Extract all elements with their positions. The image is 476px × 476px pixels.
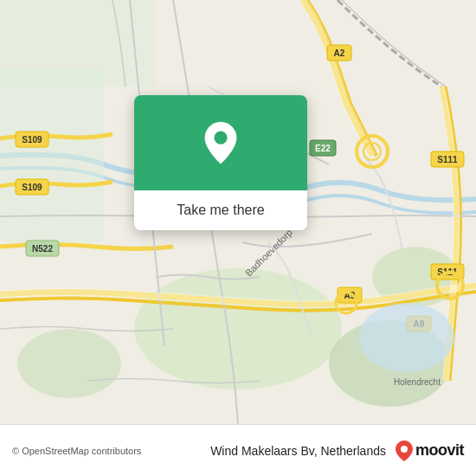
svg-rect-6	[0, 0, 156, 87]
take-me-there-button[interactable]: Take me there	[134, 190, 307, 230]
moovit-pin-icon	[395, 440, 414, 462]
svg-point-27	[359, 303, 454, 372]
map-popup: Take me there	[134, 95, 307, 230]
bottom-bar: © OpenStreetMap contributors Wind Makela…	[0, 424, 476, 476]
svg-text:E22: E22	[315, 144, 331, 153]
svg-point-2	[17, 329, 121, 398]
svg-point-32	[214, 132, 227, 145]
svg-text:S109: S109	[22, 135, 42, 145]
location-info: Wind Makelaars Bv, Netherlands	[210, 444, 386, 458]
svg-text:A2: A2	[334, 48, 345, 58]
svg-text:Holendrecht: Holendrecht	[394, 377, 441, 387]
svg-text:N522: N522	[32, 244, 53, 254]
copyright-text: © OpenStreetMap contributors	[12, 446, 202, 456]
svg-point-33	[401, 446, 408, 453]
svg-point-1	[134, 268, 342, 389]
moovit-logo: moovit	[395, 440, 464, 462]
svg-text:S109: S109	[22, 183, 42, 192]
moovit-text: moovit	[415, 441, 464, 460]
popup-header	[134, 95, 307, 190]
location-name: Wind Makelaars Bv, Netherlands	[210, 444, 386, 458]
location-pin-icon	[198, 120, 243, 165]
map-container[interactable]: A2 S111 S111 S109 S109 N522 A9 A9 E22 Ba…	[0, 0, 476, 424]
svg-text:S111: S111	[437, 155, 458, 164]
